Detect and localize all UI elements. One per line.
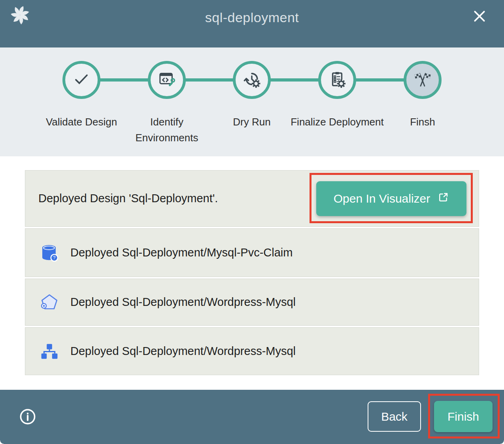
step-identify-environments bbox=[148, 61, 186, 99]
history-gear-icon bbox=[243, 70, 261, 90]
step-label-dry-run: Dry Run bbox=[204, 114, 299, 130]
close-button[interactable] bbox=[471, 8, 488, 25]
wizard-stepper: Validate Design Identify Environments Dr… bbox=[0, 47, 504, 156]
result-row-wordpress-mysql-1: Deployed Sql-Deployment/Wordpress-Mysql bbox=[25, 279, 479, 326]
svg-text:?: ? bbox=[53, 255, 56, 260]
close-icon bbox=[472, 19, 487, 25]
finish-button[interactable]: Finish bbox=[434, 401, 493, 432]
step-label-validate-design: Validate Design bbox=[34, 114, 129, 130]
step-finalize-deployment bbox=[318, 61, 356, 99]
back-button[interactable]: Back bbox=[368, 401, 421, 432]
step-label-finalize-deployment: Finalize Deployment bbox=[290, 114, 385, 130]
visualizer-button-label: Open In Visualizer bbox=[334, 192, 430, 205]
modal-footer bbox=[0, 390, 504, 444]
clipboard-gear-icon bbox=[328, 70, 346, 90]
deployment-wizard-modal: sql-deployment bbox=[0, 0, 504, 444]
result-row-text: Deployed Sql-Deployment/Mysql-Pvc-Claim bbox=[70, 246, 293, 259]
result-row-wordpress-mysql-2: Deployed Sql-Deployment/Wordpress-Mysql bbox=[25, 327, 479, 375]
step-validate-design bbox=[62, 61, 100, 99]
hierarchy-icon bbox=[39, 342, 60, 361]
visualizer-button[interactable]: Open In Visualizer bbox=[316, 181, 466, 216]
step-finsh bbox=[404, 61, 442, 99]
modal-title: sql-deployment bbox=[0, 0, 504, 35]
step-label-finsh: Finsh bbox=[375, 114, 470, 130]
info-icon bbox=[19, 421, 36, 427]
info-button[interactable] bbox=[19, 408, 36, 425]
checkered-flags-icon bbox=[413, 70, 432, 90]
deployed-design-message: Deployed Design 'Sql-Deployment'. bbox=[38, 192, 218, 205]
result-row-text: Deployed Sql-Deployment/Wordpress-Mysql bbox=[70, 296, 296, 309]
code-wrench-icon bbox=[158, 70, 176, 90]
modal-header: sql-deployment bbox=[0, 0, 504, 47]
result-row-text: Deployed Sql-Deployment/Wordpress-Mysql bbox=[70, 345, 296, 358]
database-icon: ? bbox=[39, 243, 60, 263]
step-dry-run bbox=[233, 61, 271, 99]
external-link-icon bbox=[437, 192, 449, 206]
step-label-identify-environments: Identify Environments bbox=[119, 114, 214, 146]
pentagon-icon bbox=[39, 292, 60, 312]
result-row-mysql-pvc-claim: ? Deployed Sql-Deployment/Mysql-Pvc-Clai… bbox=[25, 228, 479, 277]
check-icon bbox=[72, 70, 91, 90]
